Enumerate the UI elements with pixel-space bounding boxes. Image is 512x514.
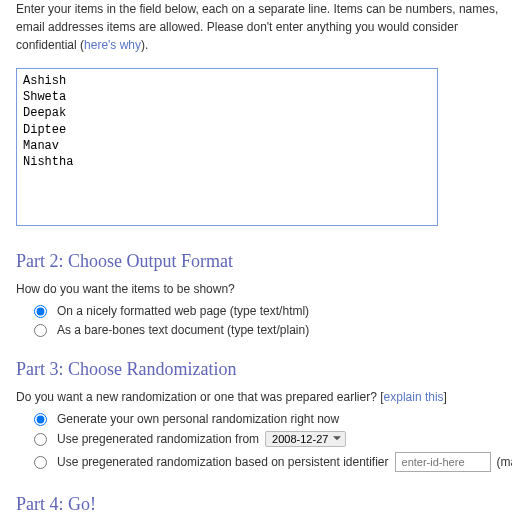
explain-this-link[interactable]: explain this [384,390,444,404]
part4-heading: Part 4: Go! [16,494,512,514]
date-select-wrap: 2008-12-27 [265,431,346,447]
intro-text: Enter your items in the field below, eac… [16,0,512,54]
pregen-date-select[interactable]: 2008-12-27 [265,431,346,447]
intro-after: ). [141,38,148,52]
heres-why-link[interactable]: here's why [84,38,141,52]
items-textarea[interactable] [16,68,438,226]
output-radio-html[interactable] [34,305,47,318]
part2-question: How do you want the items to be shown? [16,282,512,296]
rand-label-ident: Use pregenerated randomization based on … [57,455,389,469]
part3-question: Do you want a new randomization or one t… [16,390,512,404]
output-radio-plain[interactable] [34,324,47,337]
rand-option-now: Generate your own personal randomization… [34,412,512,426]
output-label-plain: As a bare-bones text document (type text… [57,323,309,337]
output-option-plain: As a bare-bones text document (type text… [34,323,512,337]
identifier-hint: (max 64 alpha [497,455,512,469]
output-label-html: On a nicely formatted web page (type tex… [57,304,309,318]
rand-radio-pregen[interactable] [34,433,47,446]
part2-heading: Part 2: Choose Output Format [16,251,512,272]
rand-option-pregen: Use pregenerated randomization from 2008… [34,431,512,447]
part3-heading: Part 3: Choose Randomization [16,359,512,380]
part3-options: Generate your own personal randomization… [34,412,512,472]
part2-options: On a nicely formatted web page (type tex… [34,304,512,337]
output-option-html: On a nicely formatted web page (type tex… [34,304,512,318]
identifier-input[interactable] [395,452,491,472]
part3-q-before: Do you want a new randomization or one t… [16,390,384,404]
rand-option-ident: Use pregenerated randomization based on … [34,452,512,472]
rand-radio-ident[interactable] [34,456,47,469]
part3-q-after: ] [444,390,447,404]
rand-label-now: Generate your own personal randomization… [57,412,339,426]
rand-radio-now[interactable] [34,413,47,426]
rand-label-pregen: Use pregenerated randomization from [57,432,259,446]
